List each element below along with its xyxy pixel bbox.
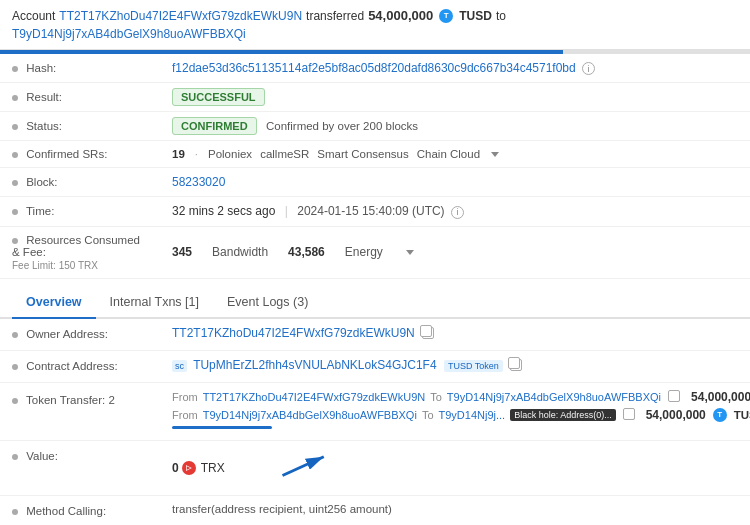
resources-icon	[12, 238, 18, 244]
bandwidth-label: Bandwidth	[212, 245, 268, 259]
status-row: Status: CONFIRMED Confirmed by over 200 …	[0, 112, 750, 141]
owner-copy-icon[interactable]	[422, 327, 434, 339]
result-icon	[12, 95, 18, 101]
overview-section: Owner Address: TT2T17KZhoDu47I2E4FWxfG79…	[0, 319, 750, 525]
hash-row: Hash: f12dae53d36c51135114af2e5bf8ac05d8…	[0, 54, 750, 83]
top-banner: Account TT2T17KZhoDu47I2E4FWxfG79zdkEWkU…	[0, 0, 750, 50]
sr-smart-consensus: Smart Consensus	[317, 148, 408, 160]
confirmed-srs-value: 19 · Poloniex callmeSR Smart Consensus C…	[160, 141, 750, 168]
time-label: Time:	[0, 197, 160, 226]
hash-value-cell: f12dae53d36c51135114af2e5bf8ac05d8f20daf…	[160, 54, 750, 83]
value-content: 0 ▷ TRX	[172, 448, 738, 488]
energy-value: 43,586	[288, 245, 325, 259]
transferred-text: transferred	[306, 9, 364, 23]
sr-list: 19 · Poloniex callmeSR Smart Consensus C…	[172, 148, 738, 160]
resources-label-cell: Resources Consumed & Fee: Fee Limit: 150…	[0, 226, 160, 278]
transfer1-amount: 54,000,000	[691, 390, 750, 404]
contract-address-label: Contract Address:	[12, 358, 172, 372]
transfer2-to-link[interactable]: T9yD14Nj9j...	[439, 409, 506, 421]
tab-internal-txns[interactable]: Internal Txns [1]	[96, 287, 213, 319]
bandwidth-value: 345	[172, 245, 192, 259]
transfer2-to-label: To	[422, 409, 434, 421]
transfer1-from-link[interactable]: TT2T17KZhoDu47I2E4FWxfG79zdkEWkU9N	[203, 391, 426, 403]
banner-prefix: Account	[12, 9, 55, 23]
fee-limit-note: Fee Limit: 150 TRX	[12, 260, 148, 271]
sr-callmesr: callmeSR	[260, 148, 309, 160]
transfer2-copy-icon[interactable]	[625, 410, 635, 420]
owner-icon	[12, 332, 18, 338]
from-address-link[interactable]: TT2T17KZhoDu47I2E4FWxfG79zdkEWkU9N	[59, 9, 302, 23]
blue-arrow-icon	[275, 448, 335, 488]
block-link[interactable]: 58233020	[172, 175, 225, 189]
time-icon	[12, 209, 18, 215]
method-row: Method Calling: transfer(address recipie…	[0, 496, 750, 525]
time-divider: |	[285, 204, 288, 218]
hash-link[interactable]: f12dae53d36c51135114af2e5bf8ac05d8f20daf…	[172, 61, 576, 75]
resources-row: Resources Consumed & Fee: Fee Limit: 150…	[0, 226, 750, 278]
detail-table: Hash: f12dae53d36c51135114af2e5bf8ac05d8…	[0, 54, 750, 279]
to-address-link[interactable]: T9yD14Nj9j7xAB4dbGelX9h8uoAWFBBXQi	[12, 27, 246, 41]
contract-copy-icon[interactable]	[510, 359, 522, 371]
energy-label: Energy	[345, 245, 383, 259]
hash-icon	[12, 66, 18, 72]
sr-dropdown-icon[interactable]	[491, 152, 499, 157]
tab-overview[interactable]: Overview	[12, 287, 96, 319]
owner-address-label: Owner Address:	[12, 326, 172, 340]
trx-icon: ▷	[182, 461, 196, 475]
value-label: Value:	[12, 448, 172, 462]
result-badge: SUCCESSFUL	[172, 88, 265, 106]
transfer1-row: From TT2T17KZhoDu47I2E4FWxfG79zdkEWkU9N …	[172, 390, 750, 404]
contract-address-link[interactable]: TUpMhErZL2fhh4sVNULAbNKLokS4GJC1F4	[193, 358, 436, 372]
resources-details: 345 Bandwidth 43,586 Energy	[172, 245, 738, 259]
confirmed-srs-row: Confirmed SRs: 19 · Poloniex callmeSR Sm…	[0, 141, 750, 168]
time-info-icon: i	[451, 206, 464, 219]
value-icon	[12, 454, 18, 460]
tusd-icon: T	[439, 9, 453, 23]
transfer2-inner: From T9yD14Nj9j7xAB4dbGelX9h8uoAWFBBXQi …	[172, 408, 750, 422]
owner-address-value: TT2T17KZhoDu47I2E4FWxfG79zdkEWkU9N	[172, 326, 738, 340]
time-row: Time: 32 mins 2 secs ago | 2024-01-15 15…	[0, 197, 750, 226]
status-description: Confirmed by over 200 blocks	[266, 120, 418, 132]
tab-event-logs[interactable]: Event Logs (3)	[213, 287, 322, 319]
transfer1-to-label: To	[430, 391, 442, 403]
transfer-amount: 54,000,000	[368, 8, 433, 23]
resources-dropdown-icon[interactable]	[406, 250, 414, 255]
divider1: ·	[195, 148, 198, 160]
owner-address-row: Owner Address: TT2T17KZhoDu47I2E4FWxfG79…	[0, 319, 750, 351]
resources-value-cell: 345 Bandwidth 43,586 Energy	[160, 226, 750, 278]
contract-icon	[12, 364, 18, 370]
contract-address-row: Contract Address: sc TUpMhErZL2fhh4sVNUL…	[0, 351, 750, 383]
transfer2-row: From T9yD14Nj9j7xAB4dbGelX9h8uoAWFBBXQi …	[172, 408, 750, 429]
status-label: Status:	[0, 112, 160, 141]
transfer2-tusd-icon: T	[713, 408, 727, 422]
method-icon	[12, 509, 18, 515]
confirmed-srs-label: Confirmed SRs:	[0, 141, 160, 168]
owner-address-link[interactable]: TT2T17KZhoDu47I2E4FWxfG79zdkEWkU9N	[172, 326, 415, 340]
token-icon	[12, 398, 18, 404]
block-icon	[12, 180, 18, 186]
transfer1-to-link[interactable]: T9yD14Nj9j7xAB4dbGelX9h8uoAWFBBXQi	[447, 391, 661, 403]
transfer1-from-label: From	[172, 391, 198, 403]
transfer1-copy-icon[interactable]	[670, 392, 680, 402]
status-icon	[12, 124, 18, 130]
result-row: Result: SUCCESSFUL	[0, 83, 750, 112]
value-currency: TRX	[201, 461, 225, 475]
hash-label: Hash:	[0, 54, 160, 83]
contract-address-value: sc TUpMhErZL2fhh4sVNULAbNKLokS4GJC1F4 TU…	[172, 358, 738, 372]
tusd-token-badge: TUSD Token	[444, 360, 503, 372]
transfer2-from-label: From	[172, 409, 198, 421]
result-label: Result:	[0, 83, 160, 112]
tabs-bar: Overview Internal Txns [1] Event Logs (3…	[0, 287, 750, 319]
transfer2-progress-bar	[172, 426, 272, 429]
svg-line-1	[282, 456, 323, 475]
sr-chain-cloud: Chain Cloud	[417, 148, 480, 160]
value-row: Value: 0 ▷ TRX	[0, 441, 750, 496]
sc-badge: sc	[172, 360, 187, 372]
hash-info-icon: i	[582, 62, 595, 75]
transfer2-from-link[interactable]: T9yD14Nj9j7xAB4dbGelX9h8uoAWFBBXQi	[203, 409, 417, 421]
sr-poloniex: Poloniex	[208, 148, 252, 160]
method-value: transfer(address recipient, uint256 amou…	[172, 503, 738, 515]
srs-icon	[12, 152, 18, 158]
transfer2-currency: TUSD	[734, 409, 750, 421]
time-ago: 32 mins 2 secs ago	[172, 204, 275, 218]
